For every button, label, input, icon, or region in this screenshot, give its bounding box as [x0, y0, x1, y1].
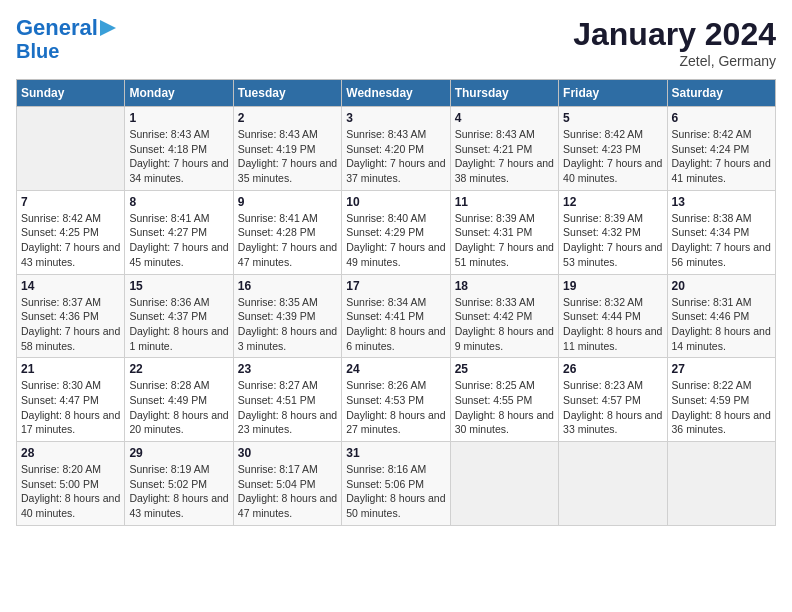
day-info: Sunrise: 8:19 AMSunset: 5:02 PMDaylight:… [129, 462, 228, 521]
week-row-4: 21 Sunrise: 8:30 AMSunset: 4:47 PMDaylig… [17, 358, 776, 442]
day-cell: 30 Sunrise: 8:17 AMSunset: 5:04 PMDaylig… [233, 442, 341, 526]
day-number: 4 [455, 111, 554, 125]
day-cell: 31 Sunrise: 8:16 AMSunset: 5:06 PMDaylig… [342, 442, 450, 526]
svg-marker-0 [100, 20, 116, 36]
day-number: 23 [238, 362, 337, 376]
day-number: 9 [238, 195, 337, 209]
calendar-title: January 2024 [573, 16, 776, 53]
day-info: Sunrise: 8:20 AMSunset: 5:00 PMDaylight:… [21, 462, 120, 521]
header-cell-tuesday: Tuesday [233, 80, 341, 107]
day-number: 22 [129, 362, 228, 376]
day-cell: 28 Sunrise: 8:20 AMSunset: 5:00 PMDaylig… [17, 442, 125, 526]
day-number: 28 [21, 446, 120, 460]
day-info: Sunrise: 8:41 AMSunset: 4:27 PMDaylight:… [129, 211, 228, 270]
day-number: 21 [21, 362, 120, 376]
day-info: Sunrise: 8:31 AMSunset: 4:46 PMDaylight:… [672, 295, 771, 354]
day-cell: 29 Sunrise: 8:19 AMSunset: 5:02 PMDaylig… [125, 442, 233, 526]
day-info: Sunrise: 8:43 AMSunset: 4:18 PMDaylight:… [129, 127, 228, 186]
day-cell [667, 442, 775, 526]
day-info: Sunrise: 8:25 AMSunset: 4:55 PMDaylight:… [455, 378, 554, 437]
logo-arrow-icon [98, 18, 118, 38]
day-number: 18 [455, 279, 554, 293]
day-number: 7 [21, 195, 120, 209]
day-cell: 12 Sunrise: 8:39 AMSunset: 4:32 PMDaylig… [559, 190, 667, 274]
day-number: 17 [346, 279, 445, 293]
logo: General Blue [16, 16, 118, 62]
day-cell: 17 Sunrise: 8:34 AMSunset: 4:41 PMDaylig… [342, 274, 450, 358]
day-info: Sunrise: 8:39 AMSunset: 4:31 PMDaylight:… [455, 211, 554, 270]
day-cell: 7 Sunrise: 8:42 AMSunset: 4:25 PMDayligh… [17, 190, 125, 274]
day-info: Sunrise: 8:36 AMSunset: 4:37 PMDaylight:… [129, 295, 228, 354]
day-number: 13 [672, 195, 771, 209]
day-cell: 19 Sunrise: 8:32 AMSunset: 4:44 PMDaylig… [559, 274, 667, 358]
logo-text: General [16, 16, 98, 40]
day-number: 5 [563, 111, 662, 125]
day-cell [17, 107, 125, 191]
day-cell: 1 Sunrise: 8:43 AMSunset: 4:18 PMDayligh… [125, 107, 233, 191]
day-number: 10 [346, 195, 445, 209]
day-cell: 15 Sunrise: 8:36 AMSunset: 4:37 PMDaylig… [125, 274, 233, 358]
day-info: Sunrise: 8:35 AMSunset: 4:39 PMDaylight:… [238, 295, 337, 354]
calendar-table: SundayMondayTuesdayWednesdayThursdayFrid… [16, 79, 776, 526]
day-cell: 16 Sunrise: 8:35 AMSunset: 4:39 PMDaylig… [233, 274, 341, 358]
day-cell: 10 Sunrise: 8:40 AMSunset: 4:29 PMDaylig… [342, 190, 450, 274]
day-info: Sunrise: 8:42 AMSunset: 4:23 PMDaylight:… [563, 127, 662, 186]
header-cell-sunday: Sunday [17, 80, 125, 107]
header-cell-monday: Monday [125, 80, 233, 107]
day-cell: 4 Sunrise: 8:43 AMSunset: 4:21 PMDayligh… [450, 107, 558, 191]
header-cell-friday: Friday [559, 80, 667, 107]
day-info: Sunrise: 8:34 AMSunset: 4:41 PMDaylight:… [346, 295, 445, 354]
day-cell: 24 Sunrise: 8:26 AMSunset: 4:53 PMDaylig… [342, 358, 450, 442]
day-number: 8 [129, 195, 228, 209]
day-number: 27 [672, 362, 771, 376]
day-info: Sunrise: 8:23 AMSunset: 4:57 PMDaylight:… [563, 378, 662, 437]
day-number: 15 [129, 279, 228, 293]
calendar-subtitle: Zetel, Germany [573, 53, 776, 69]
day-cell: 3 Sunrise: 8:43 AMSunset: 4:20 PMDayligh… [342, 107, 450, 191]
day-number: 29 [129, 446, 228, 460]
day-cell: 11 Sunrise: 8:39 AMSunset: 4:31 PMDaylig… [450, 190, 558, 274]
day-info: Sunrise: 8:37 AMSunset: 4:36 PMDaylight:… [21, 295, 120, 354]
day-number: 24 [346, 362, 445, 376]
week-row-5: 28 Sunrise: 8:20 AMSunset: 5:00 PMDaylig… [17, 442, 776, 526]
day-cell: 14 Sunrise: 8:37 AMSunset: 4:36 PMDaylig… [17, 274, 125, 358]
day-info: Sunrise: 8:43 AMSunset: 4:21 PMDaylight:… [455, 127, 554, 186]
day-number: 6 [672, 111, 771, 125]
header-cell-thursday: Thursday [450, 80, 558, 107]
day-info: Sunrise: 8:17 AMSunset: 5:04 PMDaylight:… [238, 462, 337, 521]
day-info: Sunrise: 8:33 AMSunset: 4:42 PMDaylight:… [455, 295, 554, 354]
day-cell: 25 Sunrise: 8:25 AMSunset: 4:55 PMDaylig… [450, 358, 558, 442]
day-number: 26 [563, 362, 662, 376]
day-number: 25 [455, 362, 554, 376]
day-number: 20 [672, 279, 771, 293]
day-info: Sunrise: 8:43 AMSunset: 4:19 PMDaylight:… [238, 127, 337, 186]
week-row-1: 1 Sunrise: 8:43 AMSunset: 4:18 PMDayligh… [17, 107, 776, 191]
day-number: 12 [563, 195, 662, 209]
day-info: Sunrise: 8:43 AMSunset: 4:20 PMDaylight:… [346, 127, 445, 186]
day-cell: 8 Sunrise: 8:41 AMSunset: 4:27 PMDayligh… [125, 190, 233, 274]
week-row-3: 14 Sunrise: 8:37 AMSunset: 4:36 PMDaylig… [17, 274, 776, 358]
day-cell: 23 Sunrise: 8:27 AMSunset: 4:51 PMDaylig… [233, 358, 341, 442]
day-info: Sunrise: 8:38 AMSunset: 4:34 PMDaylight:… [672, 211, 771, 270]
day-info: Sunrise: 8:40 AMSunset: 4:29 PMDaylight:… [346, 211, 445, 270]
day-cell: 21 Sunrise: 8:30 AMSunset: 4:47 PMDaylig… [17, 358, 125, 442]
day-info: Sunrise: 8:39 AMSunset: 4:32 PMDaylight:… [563, 211, 662, 270]
day-cell: 18 Sunrise: 8:33 AMSunset: 4:42 PMDaylig… [450, 274, 558, 358]
logo-blue: Blue [16, 40, 59, 62]
day-cell [559, 442, 667, 526]
day-info: Sunrise: 8:27 AMSunset: 4:51 PMDaylight:… [238, 378, 337, 437]
day-number: 31 [346, 446, 445, 460]
day-info: Sunrise: 8:30 AMSunset: 4:47 PMDaylight:… [21, 378, 120, 437]
day-number: 14 [21, 279, 120, 293]
day-number: 11 [455, 195, 554, 209]
title-block: January 2024 Zetel, Germany [573, 16, 776, 69]
day-cell: 5 Sunrise: 8:42 AMSunset: 4:23 PMDayligh… [559, 107, 667, 191]
week-row-2: 7 Sunrise: 8:42 AMSunset: 4:25 PMDayligh… [17, 190, 776, 274]
day-number: 3 [346, 111, 445, 125]
day-number: 16 [238, 279, 337, 293]
header-cell-wednesday: Wednesday [342, 80, 450, 107]
day-info: Sunrise: 8:32 AMSunset: 4:44 PMDaylight:… [563, 295, 662, 354]
day-info: Sunrise: 8:42 AMSunset: 4:24 PMDaylight:… [672, 127, 771, 186]
header-row: SundayMondayTuesdayWednesdayThursdayFrid… [17, 80, 776, 107]
day-cell: 27 Sunrise: 8:22 AMSunset: 4:59 PMDaylig… [667, 358, 775, 442]
